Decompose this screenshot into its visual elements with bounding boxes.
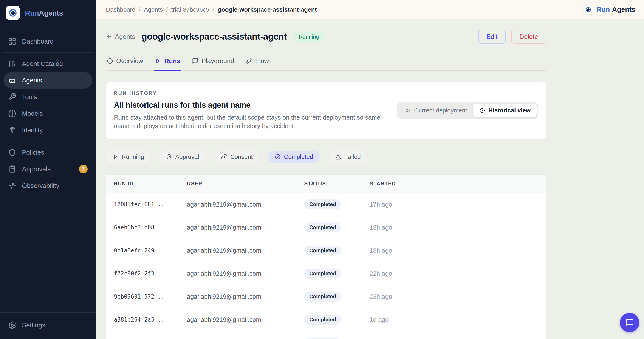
- breadcrumb-dashboard[interactable]: Dashboard: [106, 6, 136, 13]
- sidebar-brand[interactable]: RunAgents: [0, 0, 96, 26]
- breadcrumb-separator: /: [139, 6, 140, 13]
- sidebar-item-identity[interactable]: Identity: [4, 122, 92, 138]
- sidebar-nav: Dashboard Agent Catalog Agents Tools Mod…: [0, 27, 96, 312]
- sidebar-item-observability[interactable]: Observability: [4, 177, 92, 194]
- table-row[interactable]: 6aeb6bc3-f08... agar.abhi9219@gmail.com …: [106, 216, 546, 239]
- historical-view-toggle[interactable]: Historical view: [473, 104, 536, 117]
- current-deployment-toggle[interactable]: Current deployment: [399, 104, 473, 117]
- table-row[interactable]: 9eb09601-572... agar.abhi9219@gmail.com …: [106, 285, 546, 308]
- filter-label: Approval: [175, 153, 199, 160]
- sidebar-divider: [4, 52, 92, 53]
- brand-run-text: Run: [596, 6, 610, 13]
- breadcrumb-agents[interactable]: Agents: [144, 6, 163, 13]
- breadcrumb: Dashboard / Agents / trial-87bc96c5 / go…: [106, 6, 317, 13]
- page-title: google-workspace-assistant-agent: [142, 32, 287, 42]
- table-row[interactable]: a381b264-2a5... agar.abhi9219@gmail.com …: [106, 308, 546, 331]
- play-icon: [155, 58, 161, 64]
- user-cell: agar.abhi9219@gmail.com: [187, 333, 304, 339]
- table-row[interactable]: 0b1a5efc-249... agar.abhi9219@gmail.com …: [106, 239, 546, 262]
- run-history-title: All historical runs for this agent name: [114, 101, 397, 110]
- sidebar-item-label: Models: [22, 110, 43, 117]
- sidebar-item-label: Agent Catalog: [22, 60, 63, 67]
- user-cell: agar.abhi9219@gmail.com: [187, 310, 304, 330]
- table-row[interactable]: f72c80f2-2f3... agar.abhi9219@gmail.com …: [106, 262, 546, 285]
- main-content: Agents google-workspace-assistant-agent …: [96, 19, 644, 339]
- approvals-count-badge: 7: [79, 165, 88, 173]
- tab-flow[interactable]: Flow: [245, 56, 270, 71]
- filter-label: Consent: [230, 153, 253, 160]
- fingerprint-icon: [8, 126, 16, 134]
- sidebar-item-agent-catalog[interactable]: Agent Catalog: [4, 55, 92, 72]
- edit-button[interactable]: Edit: [478, 30, 506, 44]
- status-cell: Completed: [304, 239, 370, 262]
- status-cell: Completed: [304, 331, 370, 339]
- back-to-agents-link[interactable]: Agents: [106, 33, 135, 40]
- filter-chip-failed[interactable]: Failed: [329, 151, 367, 163]
- filter-chip-running[interactable]: Running: [106, 151, 150, 163]
- sidebar-item-policies[interactable]: Policies: [4, 144, 92, 161]
- filter-chip-approval[interactable]: Approval: [160, 151, 206, 163]
- column-header-started: STARTED: [370, 175, 546, 193]
- history-icon: [479, 108, 485, 114]
- brand-run-text: Run: [25, 9, 39, 17]
- table-header-row: RUN ID USER STATUS STARTED: [106, 175, 546, 193]
- breadcrumb-current: google-workspace-assistant-agent: [218, 6, 317, 13]
- table-row[interactable]: b5bf7c8f-39e... agar.abhi9219@gmail.com …: [106, 331, 546, 339]
- run-id-cell: 6aeb6bc3-f08...: [106, 218, 187, 237]
- sidebar-item-tools[interactable]: Tools: [4, 89, 92, 105]
- back-label: Agents: [115, 33, 135, 40]
- status-pill: Completed: [304, 199, 341, 209]
- column-header-status: STATUS: [304, 175, 370, 193]
- sidebar-item-label: Tools: [22, 93, 37, 101]
- sidebar-item-dashboard[interactable]: Dashboard: [4, 33, 92, 50]
- tab-overview[interactable]: Overview: [106, 56, 144, 71]
- filter-label: Running: [122, 153, 144, 160]
- gear-icon: [8, 321, 16, 329]
- breadcrumb-trial[interactable]: trial-87bc96c5: [171, 6, 209, 13]
- sidebar-item-approvals[interactable]: Approvals 7: [4, 161, 92, 177]
- status-cell: Completed: [304, 193, 370, 216]
- tab-runs[interactable]: Runs: [154, 56, 181, 71]
- bot-icon: [8, 76, 16, 84]
- run-id-cell: 0b1a5efc-249...: [106, 241, 187, 260]
- library-icon: [8, 60, 16, 68]
- topbar: Dashboard / Agents / trial-87bc96c5 / go…: [96, 0, 644, 19]
- filter-label: Failed: [344, 153, 361, 160]
- shield-icon: [8, 148, 16, 157]
- tab-playground[interactable]: Playground: [191, 56, 235, 71]
- tab-label: Overview: [116, 57, 143, 65]
- sidebar-item-agents[interactable]: Agents: [4, 72, 92, 89]
- filter-chip-consent[interactable]: Consent: [214, 151, 259, 163]
- breadcrumb-separator: /: [213, 6, 214, 13]
- agent-tabs: Overview Runs Playground Flow: [106, 56, 546, 71]
- message-square-icon: [192, 58, 198, 64]
- user-cell: agar.abhi9219@gmail.com: [187, 241, 304, 261]
- play-icon: [405, 108, 411, 114]
- filter-chip-completed[interactable]: Completed: [268, 151, 320, 163]
- brand-agents-text: Agents: [39, 9, 63, 17]
- run-history-card: RUN HISTORY All historical runs for this…: [106, 82, 546, 139]
- user-cell: agar.abhi9219@gmail.com: [187, 287, 304, 307]
- sidebar-item-settings[interactable]: Settings: [4, 317, 92, 333]
- filter-label: Completed: [284, 153, 313, 160]
- sidebar-item-models[interactable]: Models: [4, 105, 92, 122]
- table-row[interactable]: 12085fec-681... agar.abhi9219@gmail.com …: [106, 193, 546, 216]
- header-actions: Edit Delete: [478, 30, 546, 44]
- column-header-run-id: RUN ID: [106, 175, 187, 193]
- brand-logo-icon: [584, 5, 593, 15]
- check-circle-icon: [275, 154, 281, 160]
- sidebar-item-label: Policies: [22, 149, 44, 156]
- status-pill: Completed: [304, 292, 341, 301]
- sidebar-item-label: Identity: [22, 126, 43, 134]
- chat-widget-button[interactable]: [620, 313, 639, 332]
- brand-logo-icon: [6, 6, 20, 20]
- run-id-cell: b5bf7c8f-39e...: [106, 333, 187, 339]
- status-pill: Completed: [304, 245, 341, 255]
- sidebar-divider: [4, 141, 92, 141]
- git-branch-icon: [246, 58, 252, 64]
- wrench-icon: [8, 93, 16, 101]
- started-cell: 18h ago: [370, 217, 546, 238]
- user-cell: agar.abhi9219@gmail.com: [187, 217, 304, 238]
- toggle-label: Historical view: [488, 107, 530, 114]
- delete-button[interactable]: Delete: [511, 30, 546, 44]
